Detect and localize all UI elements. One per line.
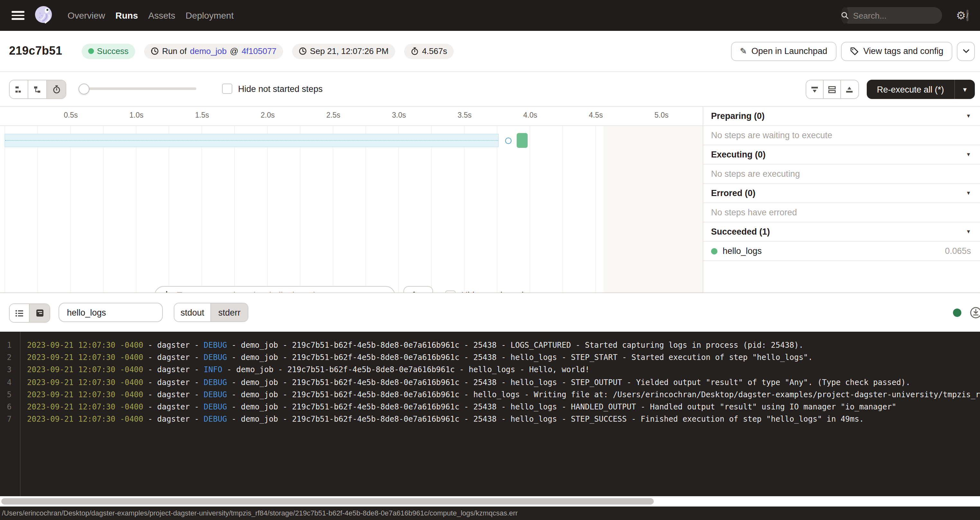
step-query-options-button[interactable] <box>404 286 433 292</box>
run-id-title: 219c7b51 <box>9 44 62 58</box>
tab-stderr[interactable]: stderr <box>211 303 248 321</box>
run-actions-dropdown-button[interactable] <box>957 41 975 61</box>
hamburger-menu-icon[interactable] <box>11 11 24 20</box>
axis-tick: 5.0s <box>649 111 675 119</box>
job-link[interactable]: demo_job <box>190 46 226 56</box>
status-badge: Success <box>81 43 135 59</box>
global-search[interactable]: / <box>841 7 942 24</box>
section-succeeded[interactable]: Succeeded (1) ▼ <box>703 222 980 242</box>
axis-tick: 4.5s <box>583 111 609 119</box>
log-line: 6 2023-09-21 12:07:30 -0400 - dagster - … <box>0 401 980 413</box>
raw-log-view-button[interactable] <box>30 304 49 322</box>
gear-icon[interactable]: ⚙ <box>956 10 966 21</box>
view-tags-config-button[interactable]: View tags and config <box>841 41 952 61</box>
collapse-chevron-icon[interactable]: ▼ <box>966 222 971 242</box>
log-step-filter-input[interactable] <box>59 303 163 322</box>
step-subset-input[interactable] <box>154 286 395 292</box>
tab-stdout[interactable]: stdout <box>174 303 211 321</box>
errored-empty-text: No steps have errored <box>703 203 980 222</box>
axis-tick: 4.0s <box>517 111 543 119</box>
section-executing[interactable]: Executing (0) ▼ <box>703 145 980 165</box>
succeeded-step-row[interactable]: hello_logs 0.065s <box>703 242 980 261</box>
hide-unselected-row: Hide unselected steps <box>445 286 547 292</box>
log-line: 3 2023-09-21 12:07:30 -0400 - dagster - … <box>0 363 980 376</box>
collapse-up-button[interactable] <box>841 80 858 98</box>
step-bar-hello-logs[interactable] <box>517 133 528 148</box>
run-main-area: 0.5s 1.0s 1.5s 2.0s 2.5s 3.0s 3.5s 4.0s … <box>0 107 980 292</box>
horizontal-scrollbar[interactable] <box>0 496 980 506</box>
duration-tag: 4.567s <box>404 43 453 59</box>
dagster-logo-icon[interactable] <box>33 5 55 26</box>
axis-tick: 2.0s <box>255 111 280 119</box>
collapse-down-button[interactable] <box>806 80 823 98</box>
log-view-mode-group <box>9 303 50 323</box>
preparing-empty-text: No steps are waiting to execute <box>703 126 980 145</box>
collapse-chevron-icon[interactable]: ▼ <box>966 184 971 203</box>
split-panels-button[interactable] <box>823 80 841 98</box>
gantt-out-of-range-region <box>604 126 703 292</box>
nav-link-overview[interactable]: Overview <box>68 10 105 21</box>
axis-tick: 3.0s <box>386 111 412 119</box>
reexecute-button[interactable]: Re-execute all (*) ▾ <box>866 80 975 99</box>
axis-tick: 1.0s <box>124 111 149 119</box>
raw-log-output[interactable]: 1 2023-09-21 12:07:30 -0400 - dagster - … <box>0 332 980 496</box>
status-dot-icon <box>88 48 94 54</box>
slider-thumb[interactable] <box>78 83 89 94</box>
search-icon <box>841 7 849 24</box>
primary-nav: Overview Runs Assets Deployment <box>68 10 234 21</box>
reexecute-label[interactable]: Re-execute all (*) <box>866 80 954 99</box>
gantt-view-mode-group <box>9 80 66 99</box>
log-line: 7 2023-09-21 12:07:30 -0400 - dagster - … <box>0 413 980 426</box>
timestamp-tag: Sep 21, 12:07:26 PM <box>292 43 395 59</box>
snapshot-link[interactable]: 4f105077 <box>242 46 276 56</box>
hide-not-started-row: Hide not started steps <box>222 80 323 98</box>
step-status-panel: Preparing (0) ▼ No steps are waiting to … <box>703 107 980 292</box>
tag-icon <box>850 47 859 55</box>
section-preparing[interactable]: Preparing (0) ▼ <box>703 107 980 126</box>
panel-layout-group <box>805 80 859 99</box>
step-name[interactable]: hello_logs <box>722 241 762 261</box>
hide-not-started-label: Hide not started steps <box>238 84 323 94</box>
axis-tick: 3.5s <box>452 111 477 119</box>
run-header: 219c7b51 Success Run of demo_job @ 4f105… <box>0 31 980 72</box>
history-icon <box>151 47 159 55</box>
gantt-time-axis: 0.5s 1.0s 1.5s 2.0s 2.5s 3.0s 3.5s 4.0s … <box>0 107 703 126</box>
hide-unselected-checkbox[interactable] <box>445 290 456 292</box>
log-file-path-bar: /Users/erincochran/Desktop/dagster-examp… <box>0 506 980 520</box>
waterfall-view-button[interactable] <box>28 80 47 98</box>
nav-link-deployment[interactable]: Deployment <box>186 10 234 21</box>
clock-icon <box>298 47 307 55</box>
dagster-run-page: Overview Runs Assets Deployment / ⚙ 219c… <box>0 0 980 520</box>
gantt-chart-body: Hide unselected steps <box>0 126 703 292</box>
reexecute-caret-icon[interactable]: ▾ <box>954 80 975 99</box>
timed-view-button[interactable] <box>47 80 66 98</box>
slider-track[interactable] <box>80 87 196 90</box>
search-input[interactable] <box>849 11 966 20</box>
log-capture-status-dot <box>953 309 961 317</box>
axis-tick: 2.5s <box>320 111 346 119</box>
run-of-tag: Run of demo_job @ 4f105077 <box>144 43 283 59</box>
collapse-chevron-icon[interactable]: ▼ <box>966 107 971 126</box>
nav-link-runs[interactable]: Runs <box>116 10 138 21</box>
hide-not-started-checkbox[interactable] <box>222 84 232 94</box>
stopwatch-icon <box>410 47 419 55</box>
section-errored[interactable]: Errored (0) ▼ <box>703 184 980 203</box>
step-start-marker-icon <box>505 137 512 144</box>
download-log-icon[interactable] <box>970 307 980 319</box>
log-file-path: /Users/erincochran/Desktop/dagster-examp… <box>2 509 518 517</box>
log-line: 1 2023-09-21 12:07:30 -0400 - dagster - … <box>0 339 980 351</box>
gantt-panel: 0.5s 1.0s 1.5s 2.0s 2.5s 3.0s 3.5s 4.0s … <box>0 107 703 292</box>
flat-view-button[interactable] <box>10 80 28 98</box>
chevron-down-icon <box>962 49 969 54</box>
executing-empty-text: No steps are executing <box>703 165 980 184</box>
gantt-zoom-slider[interactable] <box>80 80 196 98</box>
success-dot-icon <box>711 248 718 254</box>
nav-link-assets[interactable]: Assets <box>148 10 175 21</box>
scrollbar-thumb[interactable] <box>1 498 654 504</box>
log-line: 5 2023-09-21 12:07:30 -0400 - dagster - … <box>0 388 980 401</box>
structured-log-view-button[interactable] <box>10 304 30 322</box>
pencil-icon: ✎ <box>740 47 747 55</box>
collapse-chevron-icon[interactable]: ▼ <box>966 145 971 165</box>
log-toolbar: stdout stderr <box>0 292 980 332</box>
open-in-launchpad-button[interactable]: ✎ Open in Launchpad <box>731 41 837 61</box>
